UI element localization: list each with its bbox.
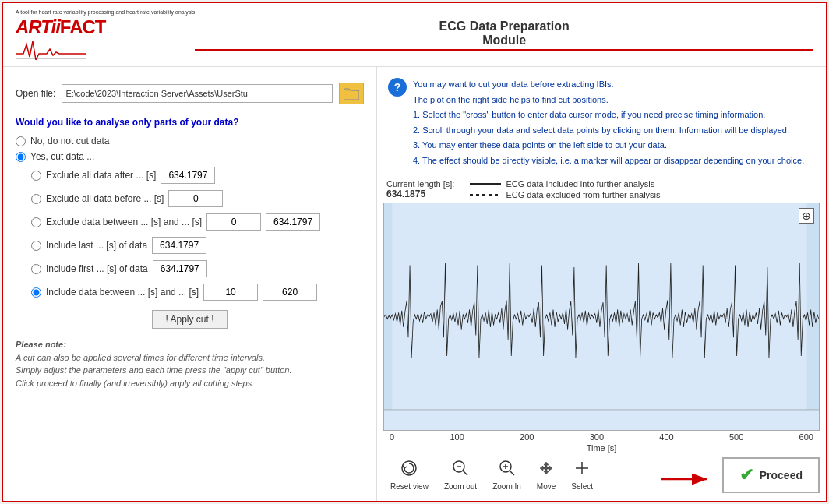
zoom-plus-icon[interactable]: ⊕ (799, 208, 814, 224)
help-text: You may want to cut your data before ext… (413, 78, 804, 170)
sub-options-group: Exclude all data after ... [s] Exclude a… (31, 167, 364, 301)
x-tick-5: 500 (729, 432, 743, 442)
current-length-value: 634.1875 (386, 189, 454, 199)
exclude-before-radio[interactable] (31, 194, 41, 204)
include-last-row: Include last ... [s] of data (31, 237, 364, 254)
note-line3: Click proceed to finally (and irreversib… (16, 379, 254, 388)
move-button[interactable]: Move (530, 456, 563, 495)
proceed-area: ✔ Proceed (657, 457, 820, 493)
svg-line-9 (463, 471, 467, 475)
zoom-out-icon (452, 460, 469, 481)
open-file-row: Open file: (16, 83, 364, 104)
logo-text: ARTiiFACT (16, 16, 105, 38)
x-axis-labels: 0 100 200 300 400 500 600 (383, 431, 820, 443)
title-line2: Module (195, 33, 813, 48)
include-between-label: Include data between ... [s] and ... [s] (46, 287, 199, 298)
note-line2: Simply adjust the parameters and each ti… (16, 365, 292, 375)
folder-icon (344, 87, 359, 100)
zoom-in-button[interactable]: Zoom In (485, 456, 528, 495)
include-between-radio[interactable] (31, 287, 41, 298)
help-line2: 1. Select the "cross" button to enter da… (413, 108, 804, 122)
include-first-label: Include first ... [s] of data (46, 263, 148, 274)
header-title: ECG Data Preparation Module (195, 19, 813, 51)
apply-cut-row: ! Apply cut ! (16, 310, 364, 329)
zoom-in-icon (499, 460, 516, 481)
x-tick-0: 0 (390, 432, 394, 442)
help-line3: 2. Scroll through your data and select d… (413, 124, 804, 138)
exclude-between-row: Exclude data between ... [s] and ... [s] (31, 213, 364, 231)
move-icon (538, 460, 555, 481)
chart-area[interactable]: ⊕ (383, 203, 820, 431)
right-panel: ? You may want to cut your data before e… (377, 67, 826, 501)
x-tick-1: 100 (450, 432, 464, 442)
header-divider (195, 49, 813, 51)
legend-line-dashed (470, 194, 501, 196)
left-panel: Open file: Would you like to analyse onl… (3, 67, 377, 501)
include-between-input2[interactable] (263, 284, 317, 301)
apply-cut-button[interactable]: ! Apply cut ! (152, 310, 227, 329)
red-arrow (657, 463, 719, 487)
exclude-between-input2[interactable] (266, 213, 320, 231)
note-title: Please note: (16, 340, 66, 349)
legend-area: ECG data included into further analysis … (470, 179, 660, 199)
no-cut-option: No, do not cut data (16, 136, 364, 146)
include-first-row: Include first ... [s] of data (31, 260, 364, 277)
app-header: A tool for heart rate variability proces… (3, 3, 826, 67)
svg-rect-4 (807, 203, 820, 410)
svg-rect-3 (384, 203, 392, 410)
help-line1: The plot on the right side helps to find… (413, 93, 804, 107)
exclude-after-label: Exclude all data after ... [s] (46, 170, 156, 181)
svg-line-13 (510, 471, 514, 475)
open-file-label: Open file: (16, 88, 55, 99)
include-last-input[interactable] (152, 237, 206, 254)
reset-view-icon (400, 460, 418, 481)
select-icon (573, 460, 591, 481)
legend-label-excluded: ECG data excluded from further analysis (506, 190, 660, 199)
proceed-label: Proceed (760, 469, 803, 481)
legend-label-included: ECG data included into further analysis (506, 179, 654, 189)
yes-cut-option: Yes, cut data ... (16, 151, 364, 162)
help-area: ? You may want to cut your data before e… (383, 73, 820, 174)
help-line4: 3. You may enter these data points on th… (413, 139, 804, 153)
logo-container: A tool for heart rate variability proces… (16, 9, 195, 60)
ecg-chart-svg (384, 203, 819, 430)
include-first-input[interactable] (153, 260, 207, 277)
note-area: Please note: A cut can also be applied s… (16, 338, 364, 389)
select-label: Select (571, 482, 593, 491)
legend-item-included: ECG data included into further analysis (470, 179, 660, 189)
x-tick-2: 200 (520, 432, 534, 442)
help-icon: ? (388, 78, 407, 97)
exclude-between-radio[interactable] (31, 217, 41, 227)
exclude-between-input1[interactable] (206, 213, 261, 231)
include-last-label: Include last ... [s] of data (46, 240, 147, 251)
question-text: Would you like to analyse only parts of … (16, 117, 364, 128)
include-last-radio[interactable] (31, 241, 41, 251)
zoom-out-label: Zoom out (444, 482, 477, 491)
proceed-button[interactable]: ✔ Proceed (722, 457, 820, 493)
no-cut-label: No, do not cut data (30, 136, 109, 146)
exclude-between-label: Exclude data between ... [s] and ... [s] (46, 217, 202, 227)
chart-toolbar: Reset view Zoom out Zoom In (383, 456, 600, 495)
title-line1: ECG Data Preparation (195, 19, 813, 33)
reset-view-label: Reset view (390, 482, 429, 491)
browse-folder-button[interactable] (339, 83, 364, 104)
exclude-before-label: Exclude all data before ... [s] (46, 193, 164, 204)
no-cut-radio[interactable] (16, 136, 26, 146)
open-file-input[interactable] (62, 84, 333, 103)
legend-line-solid (470, 183, 501, 185)
help-line5: 4. The effect should be directly visible… (413, 154, 804, 168)
yes-cut-radio[interactable] (16, 152, 26, 162)
exclude-after-input[interactable] (161, 167, 215, 184)
reset-view-button[interactable]: Reset view (383, 456, 436, 495)
select-button[interactable]: Select (564, 456, 600, 495)
exclude-before-input[interactable] (168, 190, 223, 207)
legend-item-excluded: ECG data excluded from further analysis (470, 190, 660, 199)
exclude-after-radio[interactable] (31, 171, 41, 181)
zoom-in-label: Zoom In (492, 482, 521, 491)
include-between-input1[interactable] (203, 284, 258, 301)
logo-tagline: A tool for heart rate variability proces… (16, 9, 195, 15)
zoom-out-button[interactable]: Zoom out (437, 456, 484, 495)
yes-cut-label: Yes, cut data ... (30, 151, 94, 162)
include-between-row: Include data between ... [s] and ... [s] (31, 284, 364, 301)
include-first-radio[interactable] (31, 264, 41, 274)
